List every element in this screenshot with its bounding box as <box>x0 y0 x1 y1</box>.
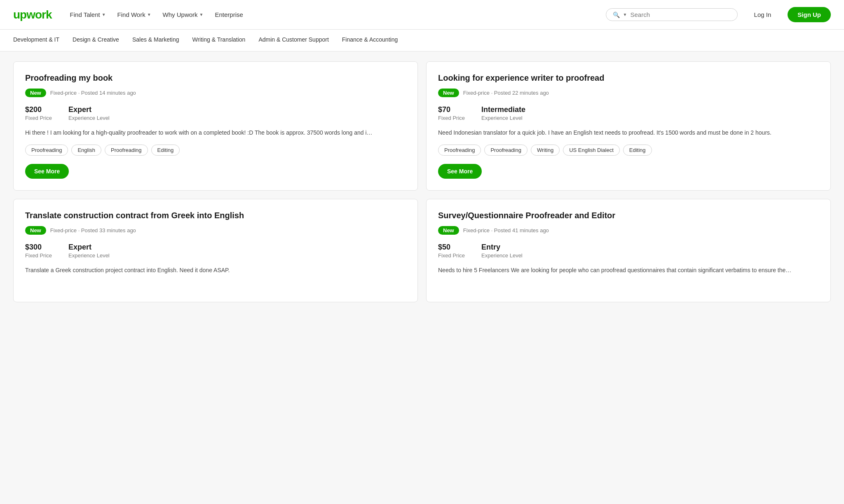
job-tag[interactable]: Editing <box>151 145 180 156</box>
job-experience: Entry Experience Level <box>481 243 523 259</box>
chevron-down-icon: ▼ <box>147 12 151 17</box>
job-description: Need Indonesian translator for a quick j… <box>438 128 819 137</box>
job-description: Translate a Greek construction project c… <box>25 266 406 275</box>
search-input[interactable] <box>631 11 731 18</box>
badge-new: New <box>438 89 459 97</box>
category-sales[interactable]: Sales & Marketing <box>132 36 179 44</box>
nav-find-work[interactable]: Find Work ▼ <box>113 8 156 21</box>
job-details: $50 Fixed Price Entry Experience Level <box>438 243 819 259</box>
job-tag[interactable]: Writing <box>531 145 560 156</box>
job-price-value: $70 <box>438 105 465 114</box>
job-price-label: Fixed Price <box>25 115 52 121</box>
search-dropdown-icon[interactable]: ▼ <box>623 12 627 17</box>
job-tag[interactable]: Proofreading <box>105 145 148 156</box>
logo[interactable]: upwork <box>13 8 52 21</box>
job-experience-value: Expert <box>68 105 110 114</box>
chevron-down-icon: ▼ <box>199 12 204 17</box>
job-details: $70 Fixed Price Intermediate Experience … <box>438 105 819 121</box>
login-button[interactable]: Log In <box>748 8 778 21</box>
see-more-button[interactable]: See More <box>438 164 482 179</box>
job-card: Proofreading my book New Fixed-price · P… <box>13 61 418 191</box>
job-tags: ProofreadingEnglishProofreadingEditing <box>25 145 406 156</box>
signup-button[interactable]: Sign Up <box>788 7 831 22</box>
job-tags: ProofreadingProofreadingWritingUS Englis… <box>438 145 819 156</box>
job-meta-text: Fixed-price · Posted 22 minutes ago <box>463 90 549 96</box>
job-experience: Expert Experience Level <box>68 243 110 259</box>
category-dev-it[interactable]: Development & IT <box>13 36 59 44</box>
job-price-label: Fixed Price <box>25 252 52 259</box>
job-experience: Intermediate Experience Level <box>481 105 525 121</box>
job-tag[interactable]: Proofreading <box>484 145 527 156</box>
job-title: Proofreading my book <box>25 73 406 83</box>
job-title: Translate construction contract from Gre… <box>25 211 406 220</box>
category-finance[interactable]: Finance & Accounting <box>342 36 398 44</box>
search-icon: 🔍 <box>613 12 620 18</box>
job-experience-label: Experience Level <box>68 115 110 121</box>
job-tag[interactable]: Proofreading <box>438 145 481 156</box>
job-meta: New Fixed-price · Posted 33 minutes ago <box>25 226 406 235</box>
job-price-value: $50 <box>438 243 465 252</box>
job-tag[interactable]: Editing <box>623 145 652 156</box>
job-title: Survey/Questionnaire Proofreader and Edi… <box>438 211 819 220</box>
category-design[interactable]: Design & Creative <box>73 36 119 44</box>
search-bar: 🔍 ▼ <box>606 8 738 21</box>
job-price-label: Fixed Price <box>438 115 465 121</box>
job-meta-text: Fixed-price · Posted 33 minutes ago <box>50 227 136 233</box>
main-nav: Find Talent ▼ Find Work ▼ Why Upwork ▼ E… <box>65 8 596 21</box>
job-experience: Expert Experience Level <box>68 105 110 121</box>
job-experience-value: Expert <box>68 243 110 252</box>
chevron-down-icon: ▼ <box>102 12 106 17</box>
job-meta: New Fixed-price · Posted 22 minutes ago <box>438 89 819 97</box>
nav-enterprise[interactable]: Enterprise <box>210 8 248 21</box>
job-price-value: $300 <box>25 243 52 252</box>
job-tag[interactable]: US English Dialect <box>563 145 620 156</box>
header: upwork Find Talent ▼ Find Work ▼ Why Upw… <box>0 0 844 30</box>
job-price: $300 Fixed Price <box>25 243 52 259</box>
job-price-value: $200 <box>25 105 52 114</box>
job-title: Looking for experience writer to proofre… <box>438 73 819 83</box>
job-card: Looking for experience writer to proofre… <box>426 61 831 191</box>
see-more-button[interactable]: See More <box>25 164 69 179</box>
badge-new: New <box>25 226 46 235</box>
category-admin[interactable]: Admin & Customer Support <box>258 36 328 44</box>
job-meta-text: Fixed-price · Posted 14 minutes ago <box>50 90 136 96</box>
category-nav: Development & IT Design & Creative Sales… <box>0 30 844 51</box>
job-meta-text: Fixed-price · Posted 41 minutes ago <box>463 227 549 233</box>
badge-new: New <box>438 226 459 235</box>
nav-find-talent[interactable]: Find Talent ▼ <box>65 8 111 21</box>
main-content: Proofreading my book New Fixed-price · P… <box>0 51 844 504</box>
job-experience-label: Experience Level <box>481 252 523 259</box>
job-price: $50 Fixed Price <box>438 243 465 259</box>
job-price-label: Fixed Price <box>438 252 465 259</box>
job-details: $300 Fixed Price Expert Experience Level <box>25 243 406 259</box>
badge-new: New <box>25 89 46 97</box>
job-experience-label: Experience Level <box>481 115 525 121</box>
job-tag[interactable]: English <box>71 145 101 156</box>
job-price: $70 Fixed Price <box>438 105 465 121</box>
job-description: Hi there ! I am looking for a high-quali… <box>25 128 406 137</box>
job-experience-label: Experience Level <box>68 252 110 259</box>
job-experience-value: Entry <box>481 243 523 252</box>
job-card: Translate construction contract from Gre… <box>13 199 418 302</box>
job-description: Needs to hire 5 Freelancers We are looki… <box>438 266 819 275</box>
job-price: $200 Fixed Price <box>25 105 52 121</box>
category-writing[interactable]: Writing & Translation <box>192 36 246 44</box>
job-card: Survey/Questionnaire Proofreader and Edi… <box>426 199 831 302</box>
job-experience-value: Intermediate <box>481 105 525 114</box>
nav-why-upwork[interactable]: Why Upwork ▼ <box>158 8 209 21</box>
job-meta: New Fixed-price · Posted 41 minutes ago <box>438 226 819 235</box>
job-tag[interactable]: Proofreading <box>25 145 68 156</box>
job-details: $200 Fixed Price Expert Experience Level <box>25 105 406 121</box>
jobs-grid: Proofreading my book New Fixed-price · P… <box>13 61 831 302</box>
job-meta: New Fixed-price · Posted 14 minutes ago <box>25 89 406 97</box>
